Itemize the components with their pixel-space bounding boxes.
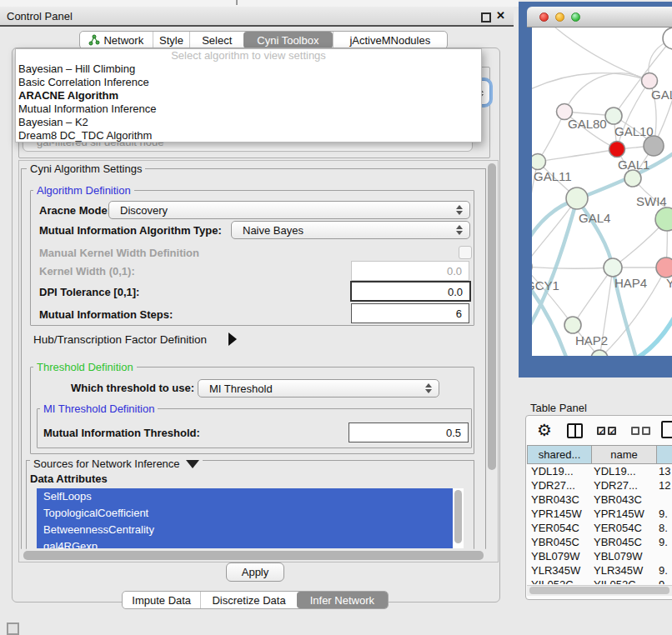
popup-item[interactable]: Bayesian – K2 <box>16 116 481 129</box>
unchecked-box-icon[interactable] <box>631 427 639 435</box>
mi-type-combo[interactable]: Naive Bayes <box>231 221 470 239</box>
popup-item[interactable]: Dream8 DC_TDC Algorithm <box>16 129 481 142</box>
table-row[interactable]: YDR27...YDR27...12 <box>527 478 672 492</box>
list-item[interactable]: TopologicalCoefficient <box>37 505 453 522</box>
network-canvas[interactable]: GAL GAL80 GAL10 GAL1 GAL11 GAL4 SWI4 GCY… <box>532 28 672 356</box>
node-label: GCY1 <box>532 278 559 292</box>
control-panel-titlebar: Control Panel <box>0 7 514 27</box>
tab-impute-data[interactable]: Impute Data <box>123 592 200 608</box>
zoom-window-icon[interactable] <box>571 12 580 22</box>
mi-steps-field[interactable]: 6 <box>351 303 469 323</box>
popup-item[interactable]: Bayesian – Hill Climbing <box>16 62 481 76</box>
table-row[interactable]: YBR043CYBR043C <box>527 492 672 507</box>
apply-button[interactable]: Apply <box>226 562 284 582</box>
manual-kernel-checkbox[interactable] <box>459 246 472 259</box>
tab-style[interactable]: Style <box>153 32 190 48</box>
node-label: GAL80 <box>568 117 607 131</box>
mi-threshold-field[interactable]: 0.5 <box>349 422 469 442</box>
tab-cyni-label: Cyni Toolbox <box>257 34 318 47</box>
tab-cyni-toolbox[interactable]: Cyni Toolbox <box>243 32 333 48</box>
kernel-width-field[interactable]: 0.0 <box>351 261 469 281</box>
list-item[interactable]: BetweennessCentrality <box>37 522 453 538</box>
tab-jactivemnodules[interactable]: jActiveMNodules <box>333 32 447 48</box>
threshold-definition-title: Threshold Definition <box>33 361 137 373</box>
node-label: HAP2 <box>575 333 608 348</box>
tab-network[interactable]: Network <box>80 32 153 48</box>
list-item[interactable]: gal4RGexp <box>37 538 453 548</box>
close-window-icon[interactable] <box>539 12 549 22</box>
node-label: SWI4 <box>636 194 667 208</box>
tab-impute-label: Impute Data <box>132 594 191 607</box>
table-row[interactable]: YBL079WYBL079W <box>527 549 672 563</box>
table-hscrollbar[interactable] <box>529 587 669 594</box>
vertical-scrollbar[interactable] <box>488 163 496 470</box>
aracne-mode-label: Aracne Mode: <box>39 204 111 217</box>
table-row[interactable]: YLR345WYLR345W9. <box>527 563 672 578</box>
gear-icon[interactable]: ⚙ <box>537 420 552 440</box>
tab-infer-label: Infer Network <box>310 594 374 607</box>
tab-network-label: Network <box>103 34 143 47</box>
horizontal-scrollbar[interactable] <box>23 551 484 560</box>
column-header-shared[interactable]: shared... <box>527 445 592 464</box>
algorithm-definition-title: Algorithm Definition <box>33 184 134 197</box>
network-icon <box>88 34 100 46</box>
table-row[interactable]: YER054CYER054C8. <box>527 521 672 535</box>
close-panel-icon[interactable]: ✕ <box>496 9 505 22</box>
dpi-tolerance-label: DPI Tolerance [0,1]: <box>39 286 139 298</box>
tab-select[interactable]: Select <box>189 32 243 48</box>
table-panel-title: Table Panel <box>530 402 587 414</box>
cyni-settings-title: Cyni Algorithm Settings <box>27 162 145 175</box>
collapse-icon[interactable] <box>186 460 199 468</box>
node-label: GAL11 <box>534 169 572 183</box>
table-header: shared... name <box>527 445 672 464</box>
float-panel-icon[interactable] <box>481 12 491 22</box>
table-row[interactable]: YDL19...YDL19...13 <box>527 464 672 478</box>
sources-group-title: Sources for Network Inference <box>30 458 203 470</box>
combo-arrows-icon <box>455 225 463 235</box>
algorithm-dropdown-popup: Select algorithm to view settings Bayesi… <box>15 48 482 142</box>
tab-discretize-data[interactable]: Discretize Data <box>200 592 296 608</box>
minimize-window-icon[interactable] <box>555 12 564 22</box>
list-item[interactable]: SelfLoops <box>37 488 453 505</box>
dpi-tolerance-value: 0.0 <box>448 285 463 298</box>
aracne-mode-combo[interactable]: Discovery <box>108 201 470 219</box>
checked-box-icon[interactable]: ✓ <box>597 427 605 435</box>
network-window-titlebar <box>527 7 672 28</box>
table-row[interactable]: YPR145WYPR145W9. <box>527 507 672 521</box>
tab-style-label: Style <box>159 34 183 47</box>
table-body: YDL19...YDL19...13 YDR27...YDR27...12 YB… <box>527 464 672 584</box>
popup-item[interactable]: Basic Correlation Inference <box>16 76 481 89</box>
data-attributes-list[interactable]: SelfLoops TopologicalCoefficient Between… <box>37 488 464 548</box>
node-label: GAL10 <box>614 124 654 138</box>
popup-item[interactable]: Mutual Information Inference <box>16 102 481 116</box>
popup-item-selected[interactable]: ARACNE Algorithm <box>16 89 481 102</box>
list-scrollbar[interactable] <box>454 490 462 543</box>
tab-infer-network[interactable]: Infer Network <box>297 592 388 608</box>
checked-box-icon[interactable]: ✓ <box>608 427 616 435</box>
which-threshold-combo[interactable]: MI Threshold <box>198 379 439 398</box>
unchecked-box-icon[interactable] <box>642 427 650 435</box>
dock-icon[interactable] <box>7 622 19 635</box>
panel-title: Control Panel <box>7 10 73 22</box>
table-row[interactable]: YIL052CYIL052C9. <box>527 578 672 584</box>
hub-expand-icon[interactable] <box>228 332 237 346</box>
selected-attributes: SelfLoops TopologicalCoefficient Between… <box>37 488 453 548</box>
mi-threshold-group-title: MI Threshold Definition <box>40 402 158 415</box>
popup-placeholder: Select algorithm to view settings <box>16 49 481 62</box>
manual-kernel-label: Manual Kernel Width Definition <box>39 247 199 259</box>
tab-jactive-label: jActiveMNodules <box>349 34 430 47</box>
which-threshold-label: Which threshold to use: <box>71 382 194 394</box>
dpi-tolerance-field[interactable]: 0.0 <box>350 281 471 302</box>
node-label: GAL <box>651 88 672 102</box>
mi-steps-value: 6 <box>456 308 462 320</box>
combo-arrows-icon <box>455 205 463 215</box>
table-row[interactable]: YBR045CYBR045C9. <box>527 535 672 549</box>
mi-type-value: Naive Bayes <box>243 224 303 237</box>
column-header-partial[interactable] <box>657 445 672 464</box>
column-header-name[interactable]: name <box>592 445 657 464</box>
columns-icon[interactable] <box>567 423 583 438</box>
file-icon[interactable] <box>661 421 672 438</box>
node-label: GAL1 <box>618 158 649 172</box>
mi-threshold-label: Mutual Information Threshold: <box>43 427 200 439</box>
combo-arrows-icon <box>424 383 432 393</box>
